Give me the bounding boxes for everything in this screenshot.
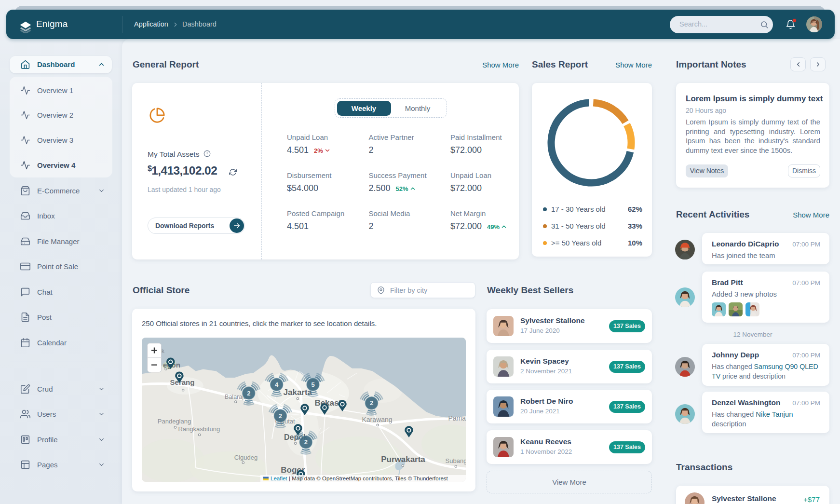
svg-text:Pama: Pama xyxy=(448,414,466,422)
svg-text:2: 2 xyxy=(247,390,250,397)
svg-text:2: 2 xyxy=(279,412,282,420)
svg-text:Purwakarta: Purwakarta xyxy=(381,455,425,464)
svg-text:Cigudeg: Cigudeg xyxy=(234,454,257,461)
svg-text:2: 2 xyxy=(370,399,373,407)
svg-text:Subang: Subang xyxy=(446,457,466,464)
svg-text:2: 2 xyxy=(304,438,308,446)
svg-text:Karawang: Karawang xyxy=(362,416,392,423)
svg-text:Pandeglang: Pandeglang xyxy=(158,418,191,425)
svg-text:k: k xyxy=(162,348,165,354)
svg-text:Rangkasbitung: Rangkasbitung xyxy=(178,425,220,433)
svg-text:4: 4 xyxy=(275,381,279,388)
svg-text:Leaflet: Leaflet xyxy=(271,476,287,481)
svg-text:5: 5 xyxy=(311,381,314,388)
svg-text:| Map data © OpenStreetMap con: | Map data © OpenStreetMap contributors,… xyxy=(289,476,448,481)
svg-text:Serang: Serang xyxy=(170,378,195,386)
